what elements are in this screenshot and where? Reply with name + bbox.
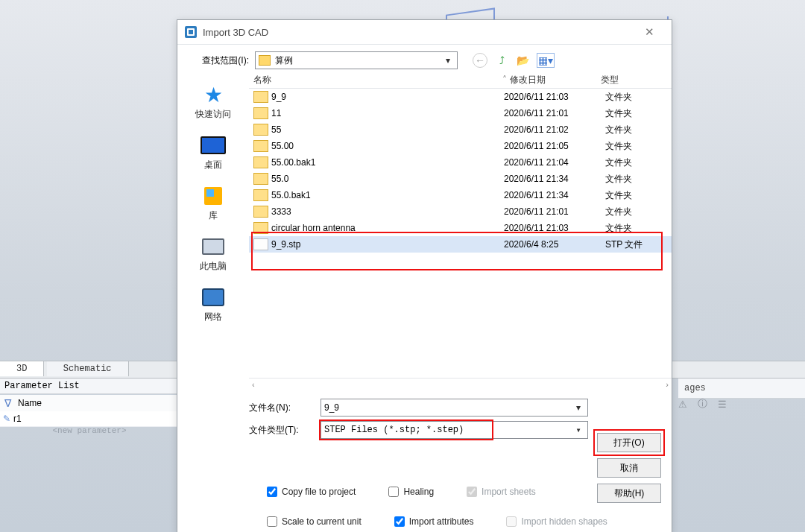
file-name: 3333 <box>271 206 504 217</box>
file-date: 2020/6/11 21:01 <box>504 206 605 217</box>
file-date: 2020/6/11 21:03 <box>504 223 605 233</box>
place-quick-access[interactable]: ★ 快速访问 <box>183 79 243 125</box>
file-date: 2020/6/4 8:25 <box>504 239 605 250</box>
lookin-combo[interactable]: 算例 ▾ <box>255 51 458 69</box>
file-list[interactable]: 9_92020/6/11 21:03文件夹112020/6/11 21:01文件… <box>249 89 672 378</box>
file-type: 文件夹 <box>605 173 672 186</box>
file-name: 55.0.bak1 <box>271 190 504 200</box>
chk-healing[interactable]: Healing <box>388 487 434 497</box>
parameter-name: r1 <box>13 414 22 424</box>
chk-label: Import hidden shapes <box>521 516 607 527</box>
place-label: 快速访问 <box>195 108 231 121</box>
file-row[interactable]: 9_9.stp2020/6/4 8:25STP 文件 <box>249 236 672 253</box>
file-type: 文件夹 <box>605 140 672 153</box>
tab-3d[interactable]: 3D <box>0 361 44 376</box>
chk-label: Import attributes <box>409 516 474 527</box>
col-type[interactable]: 类型 <box>601 74 672 86</box>
open-button[interactable]: 打开(O) <box>597 433 661 452</box>
chk-scale-unit[interactable]: Scale to current unit <box>267 516 362 527</box>
file-row[interactable]: circular horn antenna2020/6/11 21:03文件夹 <box>249 220 672 236</box>
place-label: 库 <box>209 209 218 222</box>
file-date: 2020/6/11 21:34 <box>504 190 605 200</box>
place-libraries[interactable]: 库 <box>183 180 243 227</box>
parameter-row[interactable]: ✎ r1 <box>0 411 179 427</box>
filetype-value: STEP Files (*.stp; *.step) <box>324 425 464 435</box>
file-row[interactable]: 552020/6/11 21:02文件夹 <box>249 121 672 138</box>
file-date: 2020/6/11 21:34 <box>504 174 605 184</box>
chk-scale-input[interactable] <box>267 516 277 527</box>
nav-icons: ← ⤴ 📂 ▦▾ <box>473 53 555 68</box>
file-row[interactable]: 9_92020/6/11 21:03文件夹 <box>249 89 672 105</box>
file-name: 55.00.bak1 <box>271 157 504 168</box>
new-parameter-placeholder[interactable]: <new parameter> <box>0 426 179 440</box>
dialog-titlebar: Import 3D CAD ✕ <box>177 20 672 45</box>
chk-import-attrs[interactable]: Import attributes <box>394 516 474 527</box>
dialog-title: Import 3D CAD <box>203 27 634 38</box>
app-logo-icon <box>185 26 197 38</box>
file-date: 2020/6/11 21:02 <box>504 124 605 135</box>
sort-indicator-icon[interactable]: ˄ <box>499 75 510 85</box>
list-icon[interactable]: ☰ <box>718 399 727 410</box>
dialog-body: ★ 快速访问 桌面 库 此电脑 网络 名称 ˄ <box>177 72 672 390</box>
warning-icon[interactable]: ⚠ <box>678 399 687 410</box>
chk-label: Copy file to project <box>282 487 356 497</box>
views-icon[interactable]: ▦▾ <box>537 53 555 68</box>
file-icon <box>253 238 268 250</box>
chk-copy-to-project[interactable]: Copy file to project <box>267 487 356 497</box>
filename-label: 文件名(N): <box>249 402 313 414</box>
place-network[interactable]: 网络 <box>183 282 243 328</box>
file-type: 文件夹 <box>605 206 672 218</box>
file-row[interactable]: 33332020/6/11 21:01文件夹 <box>249 203 672 220</box>
file-row[interactable]: 112020/6/11 21:01文件夹 <box>249 105 672 121</box>
cancel-button[interactable]: 取消 <box>597 458 661 478</box>
import-3d-cad-dialog: Import 3D CAD ✕ 查找范围(I): 算例 ▾ ← ⤴ 📂 ▦▾ ★… <box>177 19 672 532</box>
chk-import-hidden: Import hidden shapes <box>506 516 607 527</box>
folder-icon <box>253 107 268 119</box>
chk-attrs-input[interactable] <box>394 516 405 527</box>
folder-icon <box>253 189 268 201</box>
file-type: STP 文件 <box>605 238 672 251</box>
file-row[interactable]: 55.02020/6/11 21:34文件夹 <box>249 171 672 187</box>
folder-icon <box>253 91 268 103</box>
close-icon[interactable]: ✕ <box>634 25 664 39</box>
place-this-pc[interactable]: 此电脑 <box>183 231 243 277</box>
up-one-level-icon[interactable]: ⤴ <box>495 54 508 67</box>
file-name: 55.0 <box>271 174 504 184</box>
places-bar: ★ 快速访问 桌面 库 此电脑 网络 <box>177 72 249 390</box>
file-pane: 名称 ˄ 修改日期 类型 9_92020/6/11 21:03文件夹112020… <box>249 72 672 390</box>
place-desktop[interactable]: 桌面 <box>183 130 243 176</box>
file-name: 55 <box>271 124 504 135</box>
filename-value: 9_9 <box>324 402 339 413</box>
info-icon[interactable]: ⓘ <box>698 397 707 411</box>
new-folder-icon[interactable]: 📂 <box>516 54 529 67</box>
file-row[interactable]: 55.0.bak12020/6/11 21:34文件夹 <box>249 187 672 203</box>
back-icon[interactable]: ← <box>473 53 487 68</box>
place-label: 此电脑 <box>200 260 227 273</box>
chevron-down-icon[interactable]: ▾ <box>572 425 584 436</box>
messages-toolbar: ⚠ ⓘ ☰ <box>672 395 805 413</box>
edit-icon[interactable]: ✎ <box>0 414 13 424</box>
parameter-name-column[interactable]: Name <box>15 398 42 408</box>
chk-heal-input[interactable] <box>388 487 399 497</box>
file-type: 文件夹 <box>605 156 672 169</box>
folder-icon <box>259 55 271 66</box>
filetype-combo[interactable]: STEP Files (*.stp; *.step) ▾ <box>321 421 588 439</box>
folder-icon <box>253 124 268 136</box>
col-name[interactable]: 名称 <box>249 74 499 86</box>
file-row[interactable]: 55.00.bak12020/6/11 21:04文件夹 <box>249 154 672 171</box>
col-date[interactable]: 修改日期 <box>510 74 601 86</box>
lookin-row: 查找范围(I): 算例 ▾ ← ⤴ 📂 ▦▾ <box>177 45 672 72</box>
network-icon <box>201 286 226 308</box>
folder-icon <box>253 173 268 185</box>
star-icon: ★ <box>201 83 226 106</box>
file-row[interactable]: 55.002020/6/11 21:05文件夹 <box>249 138 672 154</box>
parameter-list-title: Parameter List <box>0 379 183 394</box>
chevron-down-icon[interactable]: ▾ <box>572 402 584 413</box>
filename-combo[interactable]: 9_9 ▾ <box>321 399 588 417</box>
horizontal-scrollbar[interactable]: ‹› <box>249 378 672 390</box>
chk-label: Healing <box>403 487 434 497</box>
filter-icon[interactable]: ∇ <box>0 397 15 409</box>
chk-copy-input[interactable] <box>267 487 277 497</box>
tab-schematic[interactable]: Schematic <box>47 361 129 376</box>
chevron-down-icon[interactable]: ▾ <box>442 55 454 66</box>
